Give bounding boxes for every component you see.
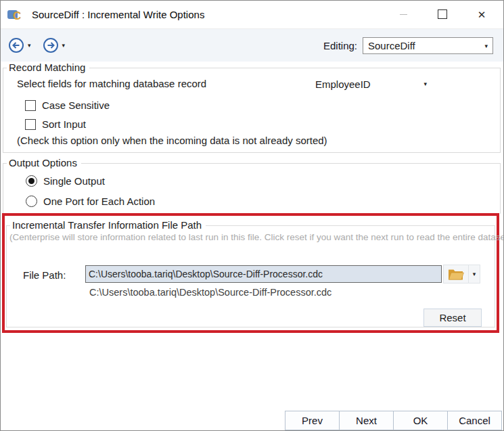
editing-group: Editing: SourceDiff ▾: [323, 29, 493, 62]
close-icon: ✕: [478, 9, 486, 20]
chevron-down-icon: ▾: [423, 81, 427, 87]
file-path-display: C:\Users\tooba.tariq\Desktop\Source-Diff…: [89, 287, 331, 298]
matching-field-dropdown[interactable]: EmployeeID ▾: [315, 77, 427, 91]
browse-folder-button[interactable]: [443, 265, 469, 283]
incremental-title: Incremental Transfer Information File Pa…: [10, 219, 206, 231]
single-output-label: Single Output: [43, 175, 105, 187]
sort-input-row: Sort Input: [25, 118, 86, 130]
case-sensitive-checkbox[interactable]: [25, 100, 36, 111]
sort-input-note: (Check this option only when the incomin…: [17, 135, 327, 146]
next-label: Next: [356, 415, 377, 426]
close-button[interactable]: ✕: [462, 1, 501, 28]
reset-button[interactable]: Reset: [423, 309, 482, 327]
case-sensitive-row: Case Sensitive: [25, 99, 110, 111]
file-path-label: File Path:: [23, 269, 66, 281]
sort-input-checkbox[interactable]: [25, 119, 36, 130]
select-fields-label: Select fields for matching database reco…: [17, 78, 206, 89]
dialog-window: C SourceDiff : Incremental Write Options…: [0, 0, 504, 431]
forward-dropdown-caret[interactable]: ▾: [62, 42, 66, 49]
editing-label: Editing:: [323, 40, 357, 51]
ok-button[interactable]: OK: [393, 411, 448, 430]
forward-arrow-icon: [43, 37, 59, 53]
one-port-label: One Port for Each Action: [43, 196, 155, 207]
cancel-label: Cancel: [459, 415, 490, 426]
radio-selected-dot: [28, 178, 35, 184]
case-sensitive-label: Case Sensitive: [42, 99, 110, 111]
single-output-row: Single Output: [26, 175, 105, 187]
svg-text:C: C: [13, 9, 21, 22]
maximize-icon: [438, 9, 447, 19]
minimize-button: [384, 1, 423, 28]
editing-combobox[interactable]: SourceDiff ▾: [363, 37, 493, 54]
back-dropdown-caret[interactable]: ▾: [28, 42, 31, 49]
chevron-down-icon: ▾: [473, 271, 476, 277]
record-matching-group: Record Matching Select fields for matchi…: [3, 68, 501, 153]
incremental-note: (Centerprise will store information rela…: [9, 232, 504, 242]
one-port-radio[interactable]: [26, 196, 37, 207]
sort-input-label: Sort Input: [42, 118, 86, 130]
highlight-annotation-box: Incremental Transfer Information File Pa…: [2, 213, 499, 333]
incremental-group: Incremental Transfer Information File Pa…: [6, 225, 495, 327]
footer-buttons: Prev Next OK Cancel: [285, 411, 502, 430]
output-options-group: Output Options Single Output One Port fo…: [3, 163, 501, 214]
app-logo-icon: C: [7, 8, 26, 22]
matching-field-value: EmployeeID: [315, 78, 371, 90]
back-button[interactable]: [7, 37, 25, 54]
window-title: SourceDiff : Incremental Write Options: [32, 9, 204, 20]
single-output-radio[interactable]: [26, 175, 37, 187]
forward-button[interactable]: [42, 37, 60, 54]
one-port-row: One Port for Each Action: [26, 196, 155, 207]
output-options-title: Output Options: [7, 157, 81, 168]
toolbar: ▾ ▾ Editing: SourceDiff ▾: [1, 28, 503, 62]
prev-label: Prev: [302, 415, 323, 426]
titlebar: C SourceDiff : Incremental Write Options…: [1, 1, 503, 28]
folder-icon: [448, 268, 464, 280]
next-button[interactable]: Next: [339, 411, 394, 430]
cancel-button[interactable]: Cancel: [447, 411, 502, 430]
record-matching-title: Record Matching: [7, 62, 89, 73]
back-arrow-icon: [8, 37, 24, 53]
minimize-icon: [400, 14, 407, 15]
file-path-input[interactable]: [85, 265, 442, 283]
reset-label: Reset: [439, 312, 465, 323]
ok-label: OK: [413, 415, 428, 426]
window-controls: ✕: [384, 1, 501, 28]
prev-button[interactable]: Prev: [285, 411, 340, 430]
chevron-down-icon: ▾: [484, 43, 488, 49]
browse-dropdown-caret[interactable]: ▾: [469, 265, 480, 283]
editing-value: SourceDiff: [368, 40, 415, 51]
maximize-button[interactable]: [423, 1, 462, 28]
